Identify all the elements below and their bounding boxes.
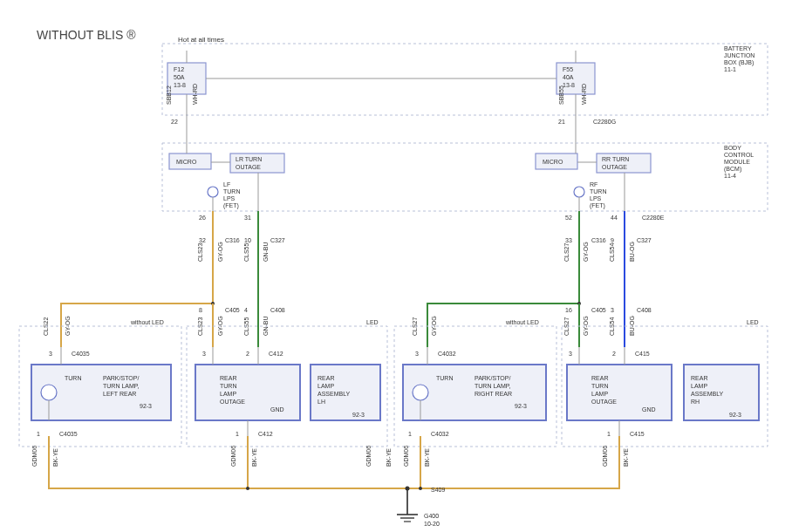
turn-l: TURN <box>65 375 81 381</box>
pin-bjb-22: 22 <box>171 119 178 125</box>
pin-m3-1: 1 <box>408 431 412 437</box>
rl-lh-3: ASSEMBLY <box>317 391 351 397</box>
pin-52: 52 <box>565 215 572 221</box>
mod1-hdr: without LED <box>130 319 164 325</box>
gnd-l: GND <box>270 406 284 413</box>
park-left-1: PARK/STOP/ <box>103 375 139 381</box>
fuse-f12-amp: 50A <box>174 74 185 80</box>
turn-r: TURN <box>436 375 453 381</box>
g400ref: 10-20 <box>424 521 440 527</box>
conn-c405-l: C405 <box>225 307 240 313</box>
conn-c316-l: C316 <box>225 237 240 243</box>
conn-c415a: C415 <box>635 351 650 357</box>
conn-c316-r: C316 <box>591 237 606 243</box>
mod2-hdr: LED <box>366 319 379 325</box>
rl-lh-4: LH <box>317 399 325 405</box>
rl-rh-ref: 92-3 <box>729 412 741 418</box>
conn-c412b: C412 <box>258 431 273 437</box>
rf-fet-4: (FET) <box>590 202 605 209</box>
gyog-e: GY-OG <box>583 242 589 262</box>
s409: S409 <box>431 487 445 493</box>
wire-og-left <box>61 211 213 347</box>
pin-33: 33 <box>565 237 572 243</box>
pin-32: 32 <box>199 237 206 243</box>
pin-9: 9 <box>611 237 614 243</box>
gnd-node-main <box>406 487 410 491</box>
gnd-node-3 <box>419 487 422 490</box>
pin-m3-3: 3 <box>415 351 419 357</box>
park-left-3: LEFT REAR <box>103 391 136 397</box>
gdm06-2: GDM06 <box>230 446 236 467</box>
bjb-ref: 11-1 <box>724 66 736 72</box>
mod3-hdr: without LED <box>505 319 539 325</box>
pin-m4-2: 2 <box>612 351 616 357</box>
pin-m4-1: 1 <box>607 431 611 437</box>
rt-r-3: LAMP <box>591 391 608 397</box>
pin-m2-1: 1 <box>236 431 239 437</box>
turn-bulb-r <box>413 385 428 400</box>
cls54-a: CLS54 <box>609 242 615 262</box>
conn-c405-r: C405 <box>591 307 606 313</box>
rf-fet-3: LPS <box>590 195 602 201</box>
pin-31: 31 <box>244 215 251 221</box>
rt-r-4: OUTAGE <box>591 399 617 405</box>
rear-turn-r-box <box>567 365 672 420</box>
pin-m1-3: 3 <box>49 351 52 357</box>
conn-c415b: C415 <box>630 431 645 437</box>
pin-m1-1: 1 <box>37 431 40 437</box>
rl-lh-ref: 92-3 <box>352 412 365 418</box>
bcm-label-1: BODY <box>724 145 741 151</box>
wiring-diagram: WITHOUT BLIS ® Hot at all times BATTERY … <box>0 0 792 532</box>
lf-fet-3: LPS <box>223 195 236 201</box>
gdm06-2b: GDM06 <box>365 446 372 467</box>
rl-rh-1: REAR <box>691 375 707 381</box>
rl-rh-2: LAMP <box>691 383 707 389</box>
rr-turn-2: OUTAGE <box>602 164 627 170</box>
bcm-label-3: MODULE <box>724 159 750 165</box>
rt-l-2: TURN <box>220 383 236 389</box>
rr-turn-1: RR TURN <box>602 156 629 162</box>
lf-fet-1: LF <box>223 181 230 188</box>
park-right-1: PARK/STOP/ <box>475 375 510 381</box>
bcm-ref: 11-4 <box>724 173 736 179</box>
conn-c408-r: C408 <box>637 307 652 313</box>
rl-rh-3: ASSEMBLY <box>691 391 724 397</box>
w-whrd-l: WH-RD <box>192 84 198 105</box>
hot-label: Hot at all times <box>178 36 224 44</box>
micro-l-txt: MICRO <box>176 159 197 165</box>
fuse-f12-ref: 13-8 <box>174 82 186 88</box>
w-sbb55: SBB55 <box>558 85 564 105</box>
rl-lh-1: REAR <box>317 375 334 381</box>
cls23-a: CLS23 <box>197 242 203 262</box>
park-right-3: RIGHT REAR <box>475 391 512 397</box>
bkye-2: BK-YE <box>251 448 257 467</box>
pin-3: 3 <box>611 307 614 313</box>
micro-r-txt: MICRO <box>543 159 563 165</box>
pin-16: 16 <box>565 307 572 313</box>
fuse-f12-name: F12 <box>174 66 184 72</box>
pin-26: 26 <box>199 215 206 221</box>
gyog-a: GY-OG <box>217 242 223 262</box>
pin-bjb-21: 21 <box>558 119 565 125</box>
park-left-ref: 92-3 <box>140 403 152 409</box>
conn-c4035b: C4035 <box>59 431 78 437</box>
fuse-f55-amp: 40A <box>563 74 574 80</box>
conn-c4032b: C4032 <box>431 431 449 437</box>
bjb-label-2: JUNCTION <box>724 52 754 58</box>
lf-fet-2: TURN <box>223 188 240 194</box>
rl-lh-2: LAMP <box>317 383 334 389</box>
fuse-f55-name: F55 <box>563 66 573 72</box>
diagram-title: WITHOUT BLIS ® <box>37 28 136 42</box>
pin-44: 44 <box>611 215 618 221</box>
bjb-box <box>162 44 768 115</box>
pin-4: 4 <box>244 307 248 313</box>
bkye-2b: BK-YE <box>386 448 392 467</box>
w-sbb12: SBB12 <box>166 85 172 105</box>
pin-10: 10 <box>244 237 251 243</box>
rt-r-1: REAR <box>591 375 608 381</box>
cls27-b: CLS27 <box>563 242 570 262</box>
bcm-label-2: CONTROL <box>724 152 754 158</box>
lf-fet-4: (FET) <box>223 202 239 209</box>
pin-m4-3: 3 <box>569 351 572 357</box>
mod4-hdr: LED <box>747 319 759 325</box>
